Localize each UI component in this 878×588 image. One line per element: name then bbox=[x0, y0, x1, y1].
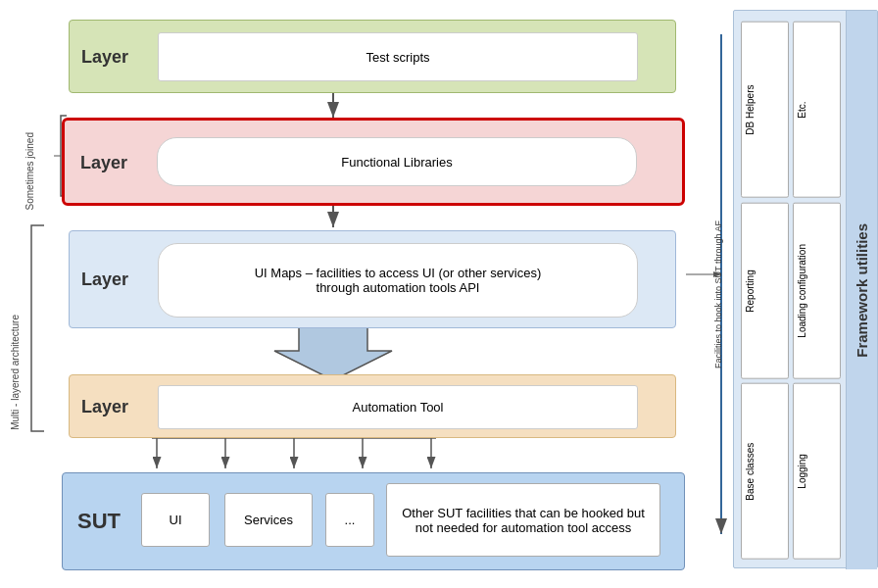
layer3-content-text: UI Maps – facilities to access UI (or ot… bbox=[255, 266, 542, 295]
layer3-box: Layer UI Maps – facilities to access UI … bbox=[69, 230, 676, 328]
layer1-content-box: Test scripts bbox=[158, 32, 638, 81]
fw-col2: Etc. Loading configuration Logging bbox=[793, 22, 841, 560]
framework-panel: Framework utilities DB Helpers Reporting… bbox=[733, 10, 878, 568]
sut-services-label: Services bbox=[244, 513, 293, 527]
framework-boxes-area: DB Helpers Reporting Base classes Etc. L… bbox=[738, 19, 844, 563]
layer4-content-box: Automation Tool bbox=[158, 385, 638, 429]
sut-label: SUT bbox=[77, 509, 121, 534]
fw-base-classes: Base classes bbox=[741, 383, 789, 560]
layer4-label: Layer bbox=[81, 396, 128, 416]
layer2-label: Layer bbox=[80, 152, 127, 172]
fw-logging: Logging bbox=[793, 383, 841, 560]
layer1-box: Layer Test scripts bbox=[69, 20, 676, 93]
fw-reporting: Reporting bbox=[741, 203, 789, 379]
sometimes-joined-text: Sometimes joined bbox=[24, 132, 35, 210]
sut-services-box: Services bbox=[224, 493, 313, 547]
fw-etc: Etc. bbox=[793, 22, 841, 198]
layer4-content-text: Automation Tool bbox=[353, 400, 444, 415]
multi-layered-label: Multi - layered architecture bbox=[3, 284, 27, 461]
multi-layered-text: Multi - layered architecture bbox=[10, 315, 21, 430]
layer4-box: Layer Automation Tool bbox=[69, 374, 676, 438]
sut-dots-box: ... bbox=[325, 493, 374, 547]
sut-ui-box: UI bbox=[141, 493, 210, 547]
sut-box: SUT UI Services ... Other SUT facilities… bbox=[62, 472, 685, 570]
layer1-content-text: Test scripts bbox=[366, 50, 429, 65]
diagram-container: Layer Test scripts Layer Functional Libr… bbox=[0, 0, 878, 588]
fw-col1: DB Helpers Reporting Base classes bbox=[741, 22, 789, 560]
fw-db-helpers: DB Helpers bbox=[741, 22, 789, 198]
layer2-content-box: Functional Libraries bbox=[157, 137, 637, 186]
sut-dots-label: ... bbox=[345, 513, 356, 527]
framework-title-text: Framework utilities bbox=[854, 223, 870, 358]
layer2-content-text: Functional Libraries bbox=[341, 155, 452, 170]
layer3-label: Layer bbox=[81, 270, 128, 290]
framework-title-box: Framework utilities bbox=[846, 11, 877, 569]
sometimes-joined-label: Sometimes joined bbox=[3, 137, 57, 206]
facilities-text-wrapper: Facilities to hook into SUT through AF bbox=[708, 196, 728, 392]
main-area: Layer Test scripts Layer Functional Libr… bbox=[59, 10, 706, 573]
sut-other-box: Other SUT facilities that can be hooked … bbox=[386, 483, 660, 557]
facilities-text: Facilities to hook into SUT through AF bbox=[713, 220, 724, 368]
layer3-content-box: UI Maps – facilities to access UI (or ot… bbox=[158, 243, 638, 318]
sut-ui-label: UI bbox=[170, 513, 182, 527]
layer2-box: Layer Functional Libraries bbox=[69, 125, 676, 199]
fw-loading-config: Loading configuration bbox=[793, 203, 841, 379]
sut-other-label: Other SUT facilities that can be hooked … bbox=[392, 506, 655, 535]
layer1-label: Layer bbox=[81, 46, 128, 67]
